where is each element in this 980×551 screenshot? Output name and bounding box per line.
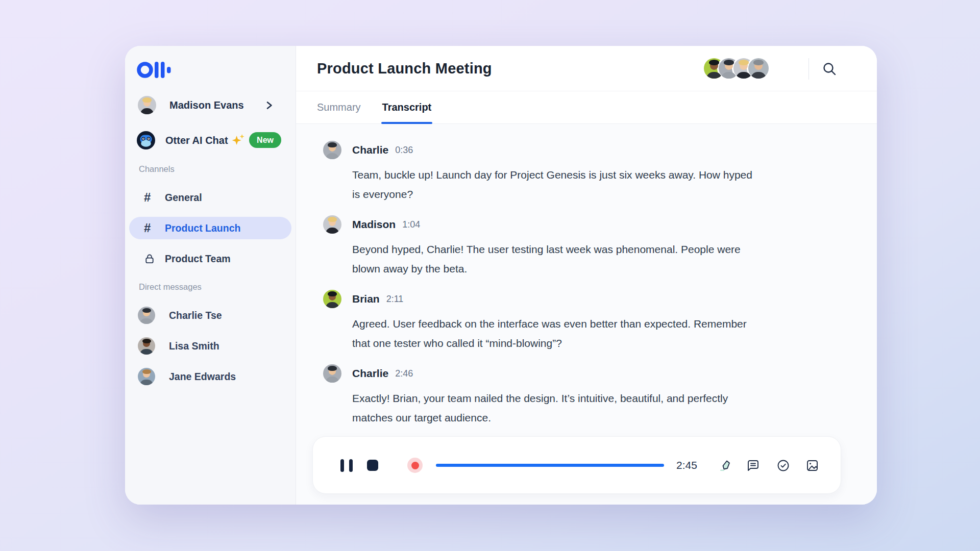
message-text: Team, buckle up! Launch day for Project … <box>352 165 752 185</box>
avatar-brian <box>323 290 341 308</box>
sidebar-item-product-launch[interactable]: # Product Launch <box>129 217 291 239</box>
chevron-right-icon[interactable] <box>264 101 274 110</box>
sidebar-item-otter-ai-chat[interactable]: Otter AI Chat New <box>125 130 296 151</box>
avatar-charlie <box>138 307 155 324</box>
transcript-message: Brian 2:11 Agreed. User feedback on the … <box>323 290 747 353</box>
channels-section-label: Channels <box>139 164 175 174</box>
tab-bar: Summary Transcript <box>296 91 877 124</box>
message-timestamp: 2:11 <box>386 294 404 305</box>
playback-progress[interactable] <box>436 464 664 467</box>
message-timestamp: 2:46 <box>395 368 413 379</box>
speaker-name: Madison <box>352 218 396 231</box>
image-icon[interactable] <box>805 459 819 472</box>
message-text: that one tester who called it “mind-blow… <box>352 334 747 353</box>
page-title: Product Launch Meeting <box>317 60 492 77</box>
sidebar-item-general[interactable]: # General <box>125 187 296 208</box>
avatar-charlie <box>323 141 341 159</box>
sidebar-item-lisa-smith[interactable]: Lisa Smith <box>125 336 296 356</box>
message-text: Beyond hyped, Charlie! The user testing … <box>352 240 741 259</box>
channel-label: Product Launch <box>165 222 240 234</box>
stop-button[interactable] <box>367 460 378 471</box>
speaker-name: Charlie <box>352 367 388 380</box>
dm-name: Lisa Smith <box>169 340 219 352</box>
header-divider <box>808 58 809 80</box>
check-circle-icon[interactable] <box>776 459 790 472</box>
participant-avatars[interactable] <box>704 58 769 79</box>
lock-icon <box>144 253 155 265</box>
channel-label: General <box>165 192 202 204</box>
new-badge: New <box>249 132 281 148</box>
transcript-message: Charlie 2:46 Exactly! Brian, your team n… <box>323 364 728 428</box>
otter-mascot-icon <box>137 131 155 149</box>
comment-icon[interactable] <box>746 459 760 472</box>
dm-name: Charlie Tse <box>169 310 222 321</box>
message-timestamp: 0:36 <box>395 145 413 156</box>
meeting-header: Product Launch Meeting <box>296 46 877 91</box>
speaker-name: Charlie <box>352 144 388 156</box>
avatar-madison <box>138 96 156 114</box>
tab-transcript[interactable]: Transcript <box>382 91 432 123</box>
pause-button[interactable] <box>340 459 353 472</box>
sparkles-icon <box>232 134 244 146</box>
sidebar-item-product-team[interactable]: Product Team <box>125 248 296 269</box>
app-window: Madison Evans Otter AI Chat <box>125 46 877 505</box>
playback-bar: 2:45 <box>312 436 841 494</box>
dm-section-label: Direct messages <box>139 282 202 292</box>
avatar-charlie <box>323 364 341 383</box>
avatar-participant-4[interactable] <box>748 58 769 79</box>
message-text: Agreed. User feedback on the interface w… <box>352 314 747 334</box>
elapsed-time: 2:45 <box>676 459 697 471</box>
otter-logo <box>136 59 177 81</box>
tab-summary[interactable]: Summary <box>317 91 361 123</box>
speaker-name: Brian <box>352 293 380 305</box>
search-icon[interactable] <box>822 61 837 77</box>
hash-icon: # <box>144 221 155 235</box>
message-timestamp: 1:04 <box>402 219 420 230</box>
message-text: blown away by the beta. <box>352 259 741 279</box>
transcript-message: Charlie 0:36 Team, buckle up! Launch day… <box>323 141 752 204</box>
message-text: matches our target audience. <box>352 408 728 428</box>
avatar-jane <box>138 368 155 385</box>
sidebar-item-charlie-tse[interactable]: Charlie Tse <box>125 305 296 325</box>
message-text: Exactly! Brian, your team nailed the des… <box>352 389 728 408</box>
record-indicator[interactable] <box>407 458 423 473</box>
avatar-madison <box>323 215 341 234</box>
highlighter-icon[interactable] <box>719 459 732 472</box>
message-text: is everyone? <box>352 185 752 204</box>
hash-icon: # <box>144 190 155 205</box>
sidebar: Madison Evans Otter AI Chat <box>125 46 296 505</box>
avatar-lisa <box>138 337 155 355</box>
otter-ai-chat-label: Otter AI Chat <box>165 135 228 146</box>
channel-label: Product Team <box>165 253 231 265</box>
transcript-message: Madison 1:04 Beyond hyped, Charlie! The … <box>323 215 741 279</box>
main-panel: Product Launch Meeting Summary Transcrip… <box>296 46 877 505</box>
user-name: Madison Evans <box>169 99 244 111</box>
sidebar-item-jane-edwards[interactable]: Jane Edwards <box>125 366 296 387</box>
dm-name: Jane Edwards <box>169 371 236 383</box>
sidebar-user-account[interactable]: Madison Evans <box>125 95 296 115</box>
transcript-panel: Charlie 0:36 Team, buckle up! Launch day… <box>296 124 877 505</box>
